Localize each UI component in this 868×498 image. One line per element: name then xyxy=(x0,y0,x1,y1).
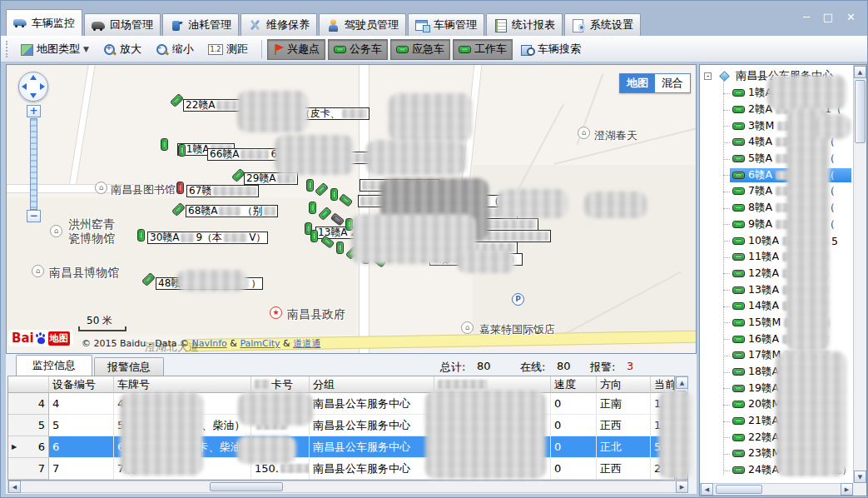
tab-return-management[interactable]: 回场管理 xyxy=(84,13,161,36)
vehicle-icon xyxy=(732,401,745,408)
table-row[interactable]: 5 5 5赣A（皮卡、柴油） 南昌县公车服务中心 电路 0 正西 1 xyxy=(8,415,674,436)
scroll-up-icon[interactable] xyxy=(854,66,866,78)
map-zoom-slider[interactable] xyxy=(30,118,37,210)
scrollbar-thumb[interactable] xyxy=(855,80,866,143)
tab-monitor-info[interactable]: 监控信息 xyxy=(16,355,92,376)
scroll-down-icon[interactable] xyxy=(854,471,866,483)
tab-alarm-info[interactable]: 报警信息 xyxy=(94,357,164,376)
navinfo-link[interactable]: NavInfo xyxy=(192,338,227,349)
tab-maintenance[interactable]: 维修保养 xyxy=(241,13,317,36)
redaction-blur xyxy=(176,270,247,291)
map-view-map-button[interactable]: 地图 xyxy=(620,74,655,92)
vehicle-label[interactable]: 68赣A（别 xyxy=(186,205,278,217)
tree-vehicle-item[interactable]: 11赣A xyxy=(700,249,855,266)
daodaotong-link[interactable]: 道道通 xyxy=(293,338,320,349)
col-device-id[interactable]: 设备编号 xyxy=(49,376,114,393)
map-type-button[interactable]: 地图类型▼ xyxy=(14,39,95,60)
official-car-toggle[interactable]: 公务车 xyxy=(328,39,388,60)
tree-vehicle-item[interactable]: 14赣A xyxy=(700,298,855,315)
work-car-toggle[interactable]: 工作车 xyxy=(453,39,513,60)
tree-vertical-scrollbar[interactable] xyxy=(853,65,867,483)
tree-vehicle-item[interactable]: 5赣A （ xyxy=(700,151,855,167)
poi-toggle-button[interactable]: 兴趣点 xyxy=(267,39,325,60)
scrollbar-thumb[interactable] xyxy=(210,482,283,491)
scroll-left-icon[interactable] xyxy=(701,483,713,496)
tab-statistics-report[interactable]: 统计报表 xyxy=(486,13,563,36)
minimize-button[interactable]: ─ xyxy=(803,11,810,23)
return-car-icon xyxy=(92,19,106,32)
scroll-left-icon[interactable] xyxy=(8,481,21,493)
vehicle-marker-icon[interactable] xyxy=(170,93,184,107)
tab-vehicle-monitor[interactable]: 车辆监控 xyxy=(6,9,82,36)
col-group[interactable]: 分组 xyxy=(310,376,434,393)
oil-can-icon xyxy=(170,19,184,32)
emergency-car-toggle[interactable]: 应急车 xyxy=(390,39,450,60)
group-cell: 南昌县公车服务中心 xyxy=(310,415,434,436)
redaction-blur xyxy=(457,250,515,273)
scroll-up-icon[interactable] xyxy=(676,376,688,389)
maximize-button[interactable]: □ xyxy=(823,11,833,23)
measure-button[interactable]: 1.2测距 xyxy=(202,39,254,60)
tab-driver-management[interactable]: 驾驶员管理 xyxy=(319,13,406,36)
vehicle-marker-icon[interactable] xyxy=(309,202,316,214)
tree-horizontal-scrollbar[interactable] xyxy=(700,483,853,496)
alarm-vehicle-marker-icon[interactable] xyxy=(176,182,184,194)
tree-vehicle-item[interactable]: 7赣A （ xyxy=(700,183,855,200)
tree-vehicle-item[interactable]: 10赣A 5 xyxy=(700,232,855,249)
vehicle-item-label: 16赣A xyxy=(748,332,779,346)
collapse-icon[interactable]: - xyxy=(704,72,712,80)
vehicle-search-button[interactable]: 车辆搜索 xyxy=(515,39,587,60)
table-row[interactable]: 6 6 6赣A6（皮卡、柴油 南昌县公车服务中心 位,油电路 0 正北 5 xyxy=(8,436,674,458)
vehicle-label[interactable]: 67赣 xyxy=(186,185,259,197)
tree-vehicle-item[interactable]: 6赣A （ xyxy=(700,167,855,183)
tree-vehicle-item[interactable]: 8赣A （ xyxy=(700,200,855,217)
map-view-hybrid-button[interactable]: 混合 xyxy=(655,74,690,92)
vehicle-label[interactable]: 66赣A6 xyxy=(207,148,280,161)
vehicle-marker-icon[interactable] xyxy=(137,229,145,242)
col-direction[interactable]: 方向 xyxy=(597,376,651,393)
map-canvas[interactable]: 澄湖北大道 澄湖春天 南昌县图书馆 洪州窑青 瓷博物馆 南昌县博物馆 南昌县政府… xyxy=(6,64,697,354)
redaction xyxy=(216,101,236,110)
map-zoom-in-button[interactable]: + xyxy=(27,105,41,117)
vehicle-marker-icon[interactable] xyxy=(330,188,338,201)
zoom-in-button[interactable]: +放大 xyxy=(97,39,147,60)
zoom-out-button[interactable]: -缩小 xyxy=(150,39,200,60)
tree-vehicle-item[interactable]: 15赣M xyxy=(700,315,855,331)
tree-vehicle-item[interactable]: 9赣A （ xyxy=(700,217,855,233)
scrollbar-thumb[interactable] xyxy=(716,485,762,494)
vehicle-marker-icon[interactable] xyxy=(306,179,314,192)
table-horizontal-scrollbar[interactable] xyxy=(7,481,688,493)
vehicle-marker-icon[interactable] xyxy=(161,138,168,151)
col-sim[interactable]: 卡号 xyxy=(251,376,310,393)
col-plate[interactable]: 车牌号 xyxy=(114,376,251,393)
table-row[interactable]: 4 4 4赣（皮卡） 南昌县公车服务中心 0 正南 1 xyxy=(8,393,674,415)
vehicle-marker-icon[interactable] xyxy=(178,144,186,157)
tab-fuel-management[interactable]: 油耗管理 xyxy=(162,13,239,36)
map-zoom-out-button[interactable]: − xyxy=(27,210,41,222)
pan-down-icon[interactable] xyxy=(30,93,37,98)
vehicle-marker-icon[interactable] xyxy=(336,242,344,254)
tab-vehicle-management[interactable]: 车辆管理 xyxy=(408,13,484,36)
close-button[interactable]: ✕ xyxy=(846,11,856,23)
baidu-logo: Bai 地图 xyxy=(8,330,73,346)
pan-right-icon[interactable] xyxy=(40,83,45,90)
vehicle-label[interactable]: 30赣A9（本V） xyxy=(147,232,268,244)
col-row-selector[interactable] xyxy=(8,376,49,393)
vehicle-marker-icon[interactable] xyxy=(315,182,329,197)
pan-left-icon[interactable] xyxy=(22,83,27,90)
tree-vehicle-item[interactable]: 13赣A xyxy=(700,281,855,298)
tree-vehicle-item[interactable]: 12赣A xyxy=(700,266,855,282)
scroll-right-icon[interactable] xyxy=(676,481,688,493)
col-speed[interactable]: 速度 xyxy=(551,376,597,393)
map-pan-control[interactable] xyxy=(18,72,48,102)
table-row[interactable]: 7 7 7赣A 2 150. 南昌县公车服务中心 0 正西 21 xyxy=(8,458,674,480)
library-icon xyxy=(95,182,107,194)
tree-vehicle-item[interactable]: 16赣A xyxy=(700,331,855,347)
palmcity-link[interactable]: PalmCity xyxy=(240,338,280,349)
scroll-right-icon[interactable] xyxy=(841,483,853,496)
tab-system-settings[interactable]: 系统设置 xyxy=(564,13,641,36)
vehicle-item-label: 14赣A xyxy=(748,299,779,313)
vehicle-marker-icon[interactable] xyxy=(310,230,318,242)
pan-up-icon[interactable] xyxy=(30,75,37,80)
baidu-map-badge: 地图 xyxy=(48,331,70,346)
